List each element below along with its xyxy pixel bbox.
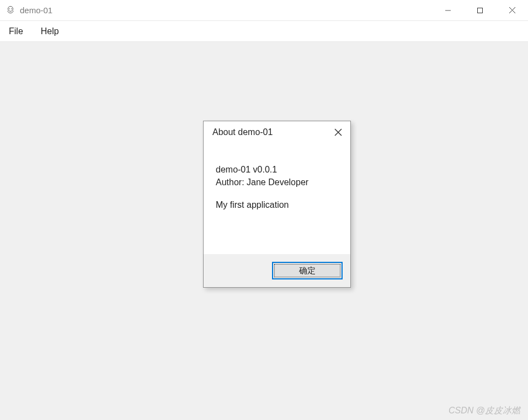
dialog-close-button[interactable] [333, 127, 344, 138]
menu-help[interactable]: Help [32, 26, 68, 36]
spacer [216, 189, 338, 198]
dialog-titlebar: About demo-01 [204, 121, 350, 141]
menubar: File Help [0, 21, 528, 42]
dialog-title: About demo-01 [212, 127, 273, 137]
maximize-button[interactable] [464, 0, 496, 21]
app-icon [6, 6, 15, 15]
svg-point-0 [8, 6, 13, 11]
about-description-line: My first application [216, 198, 338, 211]
main-titlebar: demo-01 [0, 0, 528, 21]
svg-rect-4 [478, 8, 483, 13]
about-author-line: Author: Jane Developer [216, 176, 338, 189]
about-dialog: About demo-01 demo-01 v0.0.1 Author: Jan… [203, 121, 351, 288]
about-version-line: demo-01 v0.0.1 [216, 163, 338, 176]
close-button[interactable] [496, 0, 528, 21]
workarea: About demo-01 demo-01 v0.0.1 Author: Jan… [0, 42, 528, 420]
dialog-footer: 确定 [204, 254, 350, 287]
minimize-button[interactable] [432, 0, 464, 21]
ok-button[interactable]: 确定 [272, 262, 343, 279]
titlebar-left: demo-01 [0, 6, 52, 15]
window-controls [432, 0, 528, 20]
menu-file[interactable]: File [0, 26, 32, 36]
dialog-body: demo-01 v0.0.1 Author: Jane Developer My… [204, 141, 350, 217]
window-title: demo-01 [20, 6, 52, 15]
